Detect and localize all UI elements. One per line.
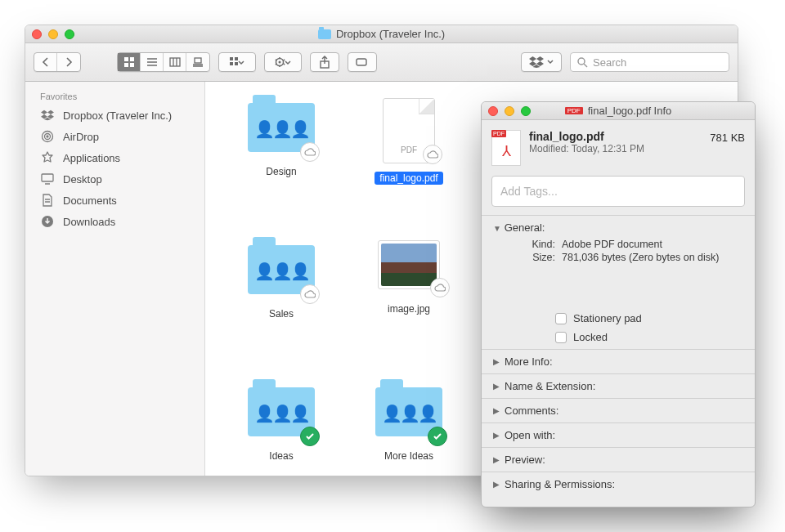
share-button[interactable]	[310, 52, 339, 72]
sidebar-item-label: Documents	[63, 194, 117, 207]
sidebar-item-label: AirDrop	[63, 131, 99, 143]
airdrop-icon	[40, 129, 55, 144]
disclosure-right-icon: ▶	[493, 455, 501, 464]
synced-badge-icon	[300, 427, 320, 446]
disclosure-right-icon: ▶	[493, 406, 501, 415]
svg-rect-0	[124, 57, 128, 61]
zoom-icon[interactable]	[65, 29, 74, 39]
sidebar-item-documents[interactable]: Documents	[25, 190, 204, 211]
documents-icon	[40, 193, 55, 208]
section-more-info[interactable]: ▶ More Info:	[482, 349, 755, 373]
nav-segment	[34, 52, 81, 72]
file-item-ideas[interactable]: 👤👤👤 Ideas	[220, 382, 343, 476]
tags-input[interactable]: Add Tags...	[491, 176, 745, 207]
sidebar-item-airdrop[interactable]: AirDrop	[25, 126, 204, 147]
search-icon	[577, 57, 588, 68]
checkbox-icon[interactable]	[555, 313, 567, 324]
section-name-extension[interactable]: ▶ Name & Extension:	[482, 373, 755, 398]
disclosure-right-icon: ▶	[493, 357, 501, 366]
zoom-icon[interactable]	[521, 106, 531, 116]
file-name: final_logo.pdf	[375, 172, 442, 185]
file-name: Design	[261, 165, 301, 178]
svg-rect-26	[42, 174, 53, 181]
locked-checkbox-row[interactable]: Locked	[493, 331, 608, 343]
search-input[interactable]: Search	[570, 52, 729, 72]
sidebar-header: Favorites	[25, 90, 204, 105]
section-comments[interactable]: ▶ Comments:	[482, 398, 755, 422]
arrange-button[interactable]	[218, 52, 256, 72]
dropbox-button[interactable]	[521, 52, 562, 72]
close-icon[interactable]	[488, 106, 498, 116]
dropbox-icon	[40, 108, 55, 123]
svg-rect-2	[124, 63, 128, 67]
file-item-design[interactable]: 👤👤👤 Design	[220, 98, 343, 237]
sidebar-item-label: Downloads	[63, 216, 115, 228]
file-item-final-logo[interactable]: PDF final_logo.pdf	[348, 98, 470, 237]
coverflow-view-button[interactable]	[186, 53, 209, 71]
size-value: 781,036 bytes (Zero bytes on disk)	[562, 252, 719, 263]
svg-rect-16	[235, 62, 238, 65]
section-preview[interactable]: ▶ Preview:	[482, 447, 755, 472]
sidebar-item-desktop[interactable]: Desktop	[25, 168, 204, 190]
section-open-with[interactable]: ▶ Open with:	[482, 422, 755, 447]
file-name: image.jpg	[383, 302, 435, 315]
svg-rect-14	[235, 57, 238, 60]
action-button[interactable]	[264, 52, 302, 72]
cloud-badge-icon	[300, 142, 320, 162]
sidebar-item-applications[interactable]: Applications	[25, 147, 204, 168]
stationery-label: Stationery pad	[573, 312, 642, 324]
info-header: ⅄ final_logo.pdf Modified: Today, 12:31 …	[482, 120, 755, 176]
svg-point-25	[47, 136, 48, 137]
svg-point-18	[279, 61, 281, 64]
svg-rect-1	[130, 57, 134, 61]
finder-toolbar: Search	[25, 43, 738, 82]
info-titlebar[interactable]: PDF final_logo.pdf Info	[482, 102, 755, 120]
cloud-badge-icon	[300, 284, 320, 304]
sidebar-item-downloads[interactable]: Downloads	[25, 211, 204, 232]
cloud-badge-icon	[423, 145, 442, 164]
locked-label: Locked	[573, 331, 608, 343]
svg-rect-20	[357, 59, 366, 65]
minimize-icon[interactable]	[48, 29, 58, 39]
stationery-checkbox-row[interactable]: Stationery pad	[493, 312, 642, 324]
window-title: Dropbox (Traveler Inc.)	[336, 28, 445, 40]
folder-icon	[318, 29, 331, 39]
section-label: Sharing & Permissions:	[505, 478, 615, 490]
forward-button[interactable]	[57, 53, 80, 71]
sidebar-item-label: Dropbox (Traveler Inc.)	[63, 110, 172, 122]
info-window-title: final_logo.pdf Info	[588, 105, 672, 117]
tags-button[interactable]	[348, 52, 377, 72]
section-label: General:	[505, 221, 545, 234]
image-icon	[378, 240, 440, 289]
file-item-image[interactable]: image.jpg	[348, 240, 470, 379]
search-placeholder: Search	[593, 56, 626, 69]
pdf-badge-icon: PDF	[565, 107, 583, 114]
file-name: More Ideas	[379, 449, 438, 463]
list-view-button[interactable]	[141, 53, 164, 71]
downloads-icon	[40, 214, 55, 229]
size-label: Size:	[518, 252, 555, 263]
kind-label: Kind:	[518, 239, 555, 250]
disclosure-right-icon: ▶	[493, 431, 501, 440]
minimize-icon[interactable]	[505, 106, 514, 116]
sidebar: Favorites Dropbox (Traveler Inc.) AirDro…	[25, 82, 205, 476]
section-general[interactable]: ▼ General: Kind: Adobe PDF document Size…	[482, 215, 755, 349]
section-label: Comments:	[505, 405, 558, 417]
cloud-badge-icon	[430, 278, 450, 297]
finder-titlebar[interactable]: Dropbox (Traveler Inc.)	[25, 25, 738, 43]
back-button[interactable]	[34, 53, 57, 71]
applications-icon	[40, 150, 55, 165]
icon-view-button[interactable]	[118, 53, 141, 71]
info-modified: Modified: Today, 12:31 PM	[529, 143, 702, 154]
section-sharing-permissions[interactable]: ▶ Sharing & Permissions:	[482, 472, 755, 496]
sidebar-item-label: Applications	[63, 152, 120, 164]
checkbox-icon[interactable]	[555, 332, 567, 343]
tags-placeholder: Add Tags...	[500, 185, 558, 198]
section-label: Preview:	[505, 454, 545, 466]
column-view-button[interactable]	[164, 53, 186, 71]
close-icon[interactable]	[32, 29, 42, 39]
sidebar-item-dropbox[interactable]: Dropbox (Traveler Inc.)	[25, 105, 204, 126]
file-item-sales[interactable]: 👤👤👤 Sales	[220, 240, 343, 379]
section-label: Open with:	[505, 429, 555, 441]
file-item-more-ideas[interactable]: 👤👤👤 More Ideas	[348, 382, 470, 476]
